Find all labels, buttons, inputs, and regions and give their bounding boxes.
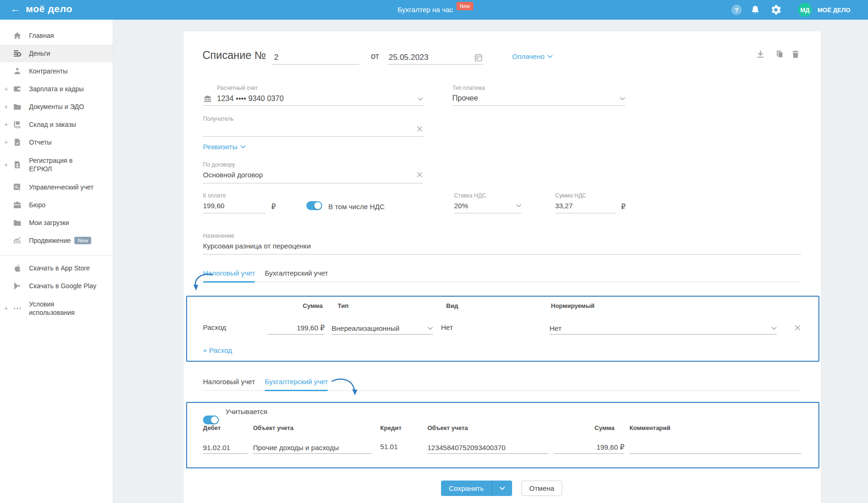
- amount-input[interactable]: [203, 202, 266, 210]
- expense-kind-value: Нет: [441, 323, 453, 331]
- date-preposition: от: [371, 51, 379, 61]
- debit-object-field[interactable]: [253, 441, 372, 454]
- account-select[interactable]: Расчетный счет 1234 •••• 9340 0370: [203, 85, 423, 106]
- tab-bookkeeping[interactable]: Бухгалтерский учет: [265, 269, 328, 282]
- promo-link[interactable]: Бухгалтер на час: [398, 6, 453, 14]
- expand-plus-icon[interactable]: +: [4, 139, 8, 146]
- sidebar-item-home[interactable]: Главная: [0, 27, 113, 44]
- clear-icon[interactable]: [416, 171, 423, 178]
- sidebar-item-bureau[interactable]: Бюро: [0, 196, 113, 214]
- vat-rate-select[interactable]: Ставка НДС 20%: [454, 192, 521, 213]
- requisites-link[interactable]: Реквизиты: [203, 143, 246, 151]
- accounted-toggle[interactable]: [203, 416, 219, 424]
- expand-plus-icon[interactable]: +: [4, 304, 8, 313]
- tab-tax-accounting-2[interactable]: Налоговый учет: [203, 378, 255, 390]
- sidebar-item-terms[interactable]: + Условия использования: [0, 295, 113, 322]
- downloads-folder-icon: [13, 218, 22, 227]
- expense-sum-field[interactable]: 199,60 ₽: [268, 322, 325, 335]
- expand-plus-icon[interactable]: +: [4, 160, 8, 169]
- document-number-field[interactable]: [271, 50, 359, 65]
- copy-icon[interactable]: [774, 49, 784, 59]
- credit-object-input[interactable]: [427, 444, 548, 452]
- account-value: 1234 •••• 9340 0370: [217, 95, 418, 103]
- add-expense-link[interactable]: + Расход: [203, 346, 232, 354]
- debit-account-input[interactable]: [203, 444, 248, 452]
- trash-icon[interactable]: [790, 49, 801, 59]
- save-options-button[interactable]: [492, 481, 512, 496]
- help-icon[interactable]: ?: [731, 5, 742, 15]
- money-icon: ₽: [13, 49, 22, 58]
- contract-field[interactable]: По договору: [203, 161, 423, 183]
- vat-rate-value: 20%: [454, 202, 516, 210]
- gear-icon[interactable]: [771, 5, 781, 15]
- expense-type-select[interactable]: Внереализационный: [332, 322, 433, 335]
- chevron-down-icon: [771, 327, 777, 330]
- calendar-icon[interactable]: [474, 53, 483, 62]
- chevron-down-icon: [240, 145, 246, 148]
- sidebar-item-googleplay[interactable]: Скачать в Google Play: [0, 277, 113, 295]
- svg-text:₽: ₽: [15, 185, 17, 190]
- sidebar-item-contractors[interactable]: Контрагенты: [0, 62, 113, 80]
- status-dropdown[interactable]: Оплачено: [512, 52, 553, 60]
- amount-field[interactable]: К оплате: [203, 192, 266, 213]
- chevron-down-icon: [516, 204, 521, 207]
- expense-normalized-select[interactable]: Нет: [550, 322, 777, 335]
- sidebar: Главная ₽ Деньги Контрагенты + Зарплата …: [0, 20, 113, 503]
- vat-included-toggle[interactable]: [306, 201, 322, 210]
- currency-sign: ₽: [621, 203, 626, 211]
- recipient-input[interactable]: [203, 125, 416, 133]
- tab-bookkeeping-2[interactable]: Бухгалтерский учет: [265, 378, 328, 390]
- contract-input[interactable]: [203, 171, 416, 179]
- document-date-field[interactable]: [388, 50, 483, 65]
- document-date-input[interactable]: [388, 50, 463, 62]
- entry-sum-field[interactable]: 199,60 ₽: [554, 441, 624, 454]
- expand-plus-icon[interactable]: +: [4, 121, 8, 128]
- chevron-down-icon: [418, 97, 423, 101]
- comment-input[interactable]: [629, 444, 801, 452]
- remove-row-icon[interactable]: [794, 324, 801, 331]
- person-icon: [13, 66, 22, 76]
- bell-icon[interactable]: [750, 5, 760, 15]
- sidebar-item-documents[interactable]: + Документы и ЭДО: [0, 98, 113, 116]
- sidebar-item-warehouse[interactable]: + Склад и заказы: [0, 116, 113, 133]
- col-credit: Кредит: [380, 424, 402, 431]
- sidebar-item-promotion[interactable]: Продвижение New: [0, 232, 113, 249]
- expand-plus-icon[interactable]: +: [4, 85, 8, 93]
- apple-icon: [13, 263, 22, 273]
- sidebar-item-salary[interactable]: + Зарплата и кадры: [0, 80, 113, 98]
- vat-sum-input[interactable]: [555, 202, 616, 210]
- document-number-input[interactable]: [271, 50, 359, 62]
- download-icon[interactable]: [755, 49, 766, 59]
- payment-type-select[interactable]: Тип платежа Прочее: [452, 85, 625, 106]
- promo-new-badge: New: [456, 2, 473, 10]
- account-name[interactable]: МОЁ ДЕЛО: [817, 7, 850, 14]
- col-debit-object: Объект учета: [253, 424, 294, 431]
- dots-icon: [13, 304, 22, 313]
- credit-object-field[interactable]: [427, 441, 548, 454]
- comment-field[interactable]: [629, 441, 801, 454]
- back-arrow-icon[interactable]: ←: [10, 3, 21, 15]
- debit-object-input[interactable]: [253, 444, 372, 452]
- sidebar-item-reports[interactable]: + Отчеты: [0, 133, 113, 151]
- credit-account-value: 51.01: [380, 443, 398, 451]
- vat-sum-field[interactable]: Сумма НДС: [555, 192, 616, 213]
- avatar[interactable]: МД: [798, 3, 812, 17]
- sidebar-item-downloads[interactable]: Мои загрузки: [0, 214, 113, 232]
- expense-row-label: Расход: [203, 323, 226, 331]
- debit-account-field[interactable]: [203, 441, 248, 454]
- chevron-down-icon: [499, 487, 505, 490]
- recipient-field[interactable]: Получатель: [203, 116, 423, 137]
- expand-plus-icon[interactable]: +: [4, 103, 8, 110]
- cancel-button[interactable]: Отмена: [521, 481, 562, 496]
- amount-label: К оплате: [203, 192, 266, 199]
- sidebar-item-appstore[interactable]: Скачать в App Store: [0, 259, 113, 277]
- sidebar-item-management[interactable]: ₽ Управленческий учет: [0, 178, 113, 196]
- sidebar-item-money[interactable]: ₽ Деньги: [0, 44, 113, 62]
- purpose-field[interactable]: Назначение: [203, 233, 801, 255]
- save-button[interactable]: Сохранить: [441, 481, 492, 496]
- sidebar-item-registration[interactable]: + Регистрация в ЕГРЮЛ: [0, 151, 113, 178]
- clear-icon[interactable]: [416, 125, 423, 132]
- col-type: Тип: [338, 302, 348, 309]
- contract-label: По договору: [203, 161, 423, 168]
- purpose-input[interactable]: [203, 242, 801, 250]
